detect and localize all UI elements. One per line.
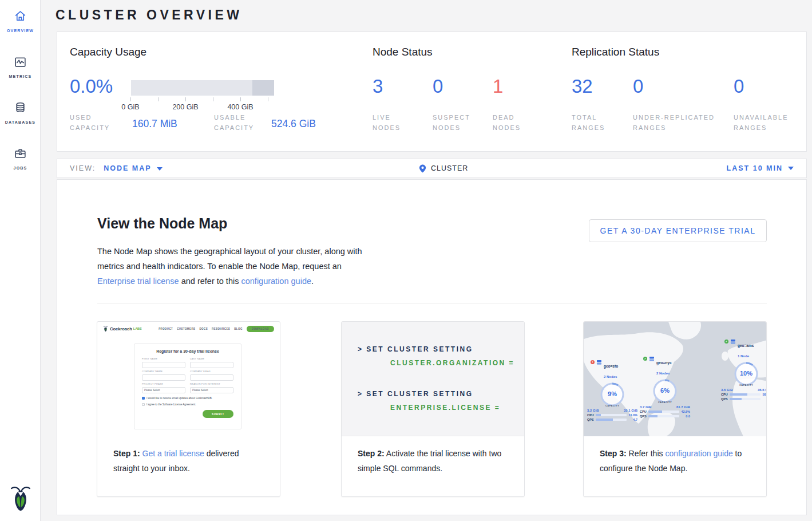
- first-name-field: [142, 362, 185, 368]
- company-name-field: [142, 374, 185, 381]
- axis-tick-label: 400 GiB: [223, 103, 258, 111]
- healthy-node-badge-icon: ✓: [643, 357, 647, 361]
- mini-submit-button: SUBMIT: [203, 410, 233, 418]
- locality-geo-ams: ✓ geo=ams1 Node 10%CAPACITY 3.6 GiB36.6 …: [720, 339, 766, 401]
- map-pin-icon: [418, 164, 427, 173]
- suspect-nodes-value: 0: [433, 76, 443, 97]
- total-ranges-label: TOTAL RANGES: [572, 112, 613, 133]
- nodes-stack-icon: [596, 360, 602, 365]
- scope-breadcrumb: CLUSTER: [431, 164, 468, 172]
- axis-tick-label: 0 GiB: [113, 103, 148, 111]
- live-nodes-value: 3: [373, 76, 383, 97]
- dead-nodes-value: 1: [493, 76, 503, 97]
- project-phase-select: Please Select: [142, 387, 185, 393]
- license-agreement-checkbox: [142, 403, 145, 406]
- get-trial-license-link[interactable]: Get a trial license: [142, 449, 204, 458]
- used-capacity-value: 160.7 MiB: [132, 118, 177, 130]
- sidebar-item-label: DATABASES: [0, 120, 41, 124]
- configuration-guide-link[interactable]: configuration guide: [665, 449, 732, 458]
- axis-tick-label: 200 GiB: [168, 103, 203, 111]
- mini-site-nav: PRODUCT CUSTOMERS DOCS RESOURCES BLOG DO…: [159, 326, 274, 332]
- capacity-used-percent: 0.0%: [70, 76, 113, 97]
- sql-commands-block: > SET CLUSTER SETTING CLUSTER.ORGANIZATI…: [342, 322, 524, 436]
- sidebar-item-overview[interactable]: OVERVIEW: [0, 9, 41, 33]
- locality-geo-sfo: ! geo=sfo2 Nodes 9%CAPACITY 3.2 GiB35.1 …: [586, 360, 639, 421]
- capacity-gauge: 6%CAPACITY: [651, 377, 679, 405]
- mini-cockroach-logo: Cockroach LABS: [103, 325, 142, 332]
- node-map-description: The Node Map shows the geographical layo…: [97, 244, 371, 289]
- under-replicated-ranges-label: UNDER-REPLICATED RANGES: [633, 112, 724, 133]
- unavailable-ranges-label: UNAVAILABLE RANGES: [734, 112, 797, 133]
- node-map-heading: View the Node Map: [97, 215, 227, 232]
- trial-license-screenshot: Cockroach LABS PRODUCT CUSTOMERS DOCS RE…: [97, 322, 280, 436]
- metrics-icon: [13, 55, 27, 69]
- step3-card: ! geo=sfo2 Nodes 9%CAPACITY 3.2 GiB35.1 …: [583, 321, 767, 497]
- total-ranges-value: 32: [572, 76, 593, 97]
- suspect-nodes-label: SUSPECT NODES: [433, 112, 478, 133]
- page-title: CLUSTER OVERVIEW: [56, 7, 243, 23]
- chevron-down-icon: [157, 167, 163, 171]
- unavailable-ranges-value: 0: [734, 76, 744, 97]
- enterprise-trial-license-link[interactable]: Enterprise trial license: [97, 277, 179, 286]
- company-email-field: [190, 374, 233, 381]
- chevron-down-icon: [788, 167, 794, 170]
- view-selector-dropdown[interactable]: NODE MAP: [104, 164, 162, 172]
- node-map-panel: View the Node Map GET A 30-DAY ENTERPRIS…: [57, 179, 807, 515]
- sidebar-item-label: JOBS: [0, 166, 41, 170]
- step2-card: > SET CLUSTER SETTING CLUSTER.ORGANIZATI…: [341, 321, 525, 497]
- nodes-stack-icon: [730, 339, 736, 345]
- cockroach-labs-logo: [9, 484, 32, 512]
- time-range-dropdown[interactable]: LAST 10 MIN: [727, 164, 794, 172]
- capacity-usage-title: Capacity Usage: [70, 46, 146, 58]
- capacity-gauge: 9%CAPACITY: [599, 381, 626, 408]
- sidebar-item-databases[interactable]: DATABASES: [0, 101, 41, 124]
- sidebar-item-jobs[interactable]: JOBS: [0, 147, 41, 170]
- nodes-stack-icon: [649, 356, 655, 362]
- capacity-gauge: 10%CAPACITY: [732, 360, 760, 388]
- enterprise-trial-button[interactable]: GET A 30-DAY ENTERPRISE TRIAL: [589, 219, 767, 242]
- node-status-title: Node Status: [373, 46, 433, 58]
- sidebar-item-label: METRICS: [0, 74, 41, 78]
- databases-icon: [13, 101, 27, 115]
- email-updates-checkbox: [142, 397, 145, 400]
- cockroach-bug-icon: [103, 325, 108, 332]
- step3-caption: Step 3: Refer this configuration guide t…: [584, 436, 766, 476]
- sidebar-item-metrics[interactable]: METRICS: [0, 55, 41, 78]
- view-label: VIEW:: [70, 164, 96, 172]
- node-map-preview: ! geo=sfo2 Nodes 9%CAPACITY 3.2 GiB35.1 …: [584, 322, 766, 436]
- step2-caption: Step 2: Activate the trial license with …: [342, 436, 524, 476]
- mini-download-button: DOWNLOAD: [247, 326, 274, 332]
- last-name-field: [190, 362, 233, 368]
- sidebar: OVERVIEW METRICS DATABASES JOBS: [0, 0, 41, 521]
- form-title: Register for a 30-day trial license: [142, 349, 233, 353]
- usable-capacity-label: USABLE CAPACITY: [214, 112, 266, 133]
- usable-capacity-value: 524.6 GiB: [271, 118, 316, 130]
- live-nodes-label: LIVE NODES: [373, 112, 414, 133]
- dead-node-badge-icon: !: [591, 360, 595, 364]
- sidebar-item-label: OVERVIEW: [0, 29, 41, 33]
- used-capacity-label: USED CAPACITY: [70, 112, 116, 133]
- dead-nodes-label: DEAD NODES: [493, 112, 527, 133]
- step1-caption: Step 1: Get a trial license delivered st…: [97, 436, 280, 476]
- cluster-summary-panel: Capacity Usage 0.0% 0 GiB 200 GiB 400 Gi…: [57, 31, 807, 152]
- divider: [97, 303, 767, 303]
- jobs-icon: [13, 147, 27, 161]
- reason-select: Please Select: [190, 387, 233, 393]
- view-bar: VIEW: NODE MAP CLUSTER LAST 10 MIN: [57, 159, 807, 178]
- replication-status-title: Replication Status: [572, 46, 659, 58]
- locality-geo-nyc: ✓ geo=nyc2 Nodes 6%CAPACITY 3.7 GiB61.7 …: [639, 356, 691, 418]
- healthy-node-badge-icon: ✓: [724, 340, 728, 344]
- step1-card: Cockroach LABS PRODUCT CUSTOMERS DOCS RE…: [97, 321, 280, 497]
- capacity-bar-chart: [131, 80, 274, 96]
- trial-registration-form: Register for a 30-day trial license FIRS…: [134, 344, 241, 429]
- under-replicated-ranges-value: 0: [633, 76, 643, 97]
- capacity-bar-segment: [252, 80, 274, 96]
- configuration-guide-link[interactable]: configuration guide: [241, 277, 311, 286]
- home-icon: [13, 9, 27, 23]
